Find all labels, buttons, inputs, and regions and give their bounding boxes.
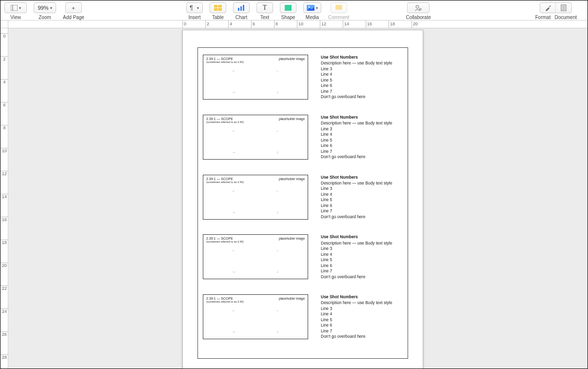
ruler-tick: 20: [0, 263, 8, 268]
toolbar: ▾ View 99%▾ Zoom ＋ Add Page ¶ ▾ Insert T…: [0, 0, 588, 20]
document-label: Document: [554, 15, 577, 20]
ruler-tick: 4: [228, 20, 232, 28]
text-button[interactable]: T: [256, 2, 273, 13]
plus-icon: ＋: [66, 3, 81, 13]
shot-body-line: Line 3: [321, 126, 392, 132]
media-button[interactable]: ▾: [303, 2, 321, 13]
shot-body-line: Don't go overboard here: [321, 94, 392, 100]
storyboard-row: 2.39:1 — SCOPE(sometimes referred to as …: [203, 55, 403, 100]
placeholder-frame[interactable]: 2.39:1 — SCOPE(sometimes referred to as …: [203, 55, 308, 100]
comment-button[interactable]: [331, 2, 347, 13]
crop-mark-icon: ⌐: [233, 248, 235, 253]
shot-body-line: Line 4: [321, 192, 392, 197]
shot-title: Use Shot Numbers: [321, 234, 392, 240]
placeholder-image-label: placeholder image: [279, 297, 305, 300]
ruler-tick: 12: [320, 20, 326, 28]
comment-icon: [335, 5, 342, 11]
ruler-tick: 4: [0, 79, 8, 84]
chevron-down-icon: ▾: [316, 6, 318, 10]
format-button[interactable]: [540, 3, 556, 13]
placeholder-image-label: placeholder image: [279, 117, 305, 121]
aspect-ratio-sub: (sometimes referred to as 2.40): [206, 240, 305, 243]
storyboard-row: 2.39:1 — SCOPE(sometimes referred to as …: [203, 294, 403, 340]
ruler-tick: 10: [297, 20, 303, 28]
shape-label: Shape: [281, 15, 295, 20]
shot-body-line: Line 3: [321, 246, 392, 251]
placeholder-image-label: placeholder image: [279, 177, 305, 181]
crop-mark-icon: ˩: [276, 329, 278, 334]
storyboard-row: 2.39:1 — SCOPE(sometimes referred to as …: [203, 234, 403, 280]
crop-mark-icon: ˩: [276, 269, 278, 274]
svg-point-13: [416, 5, 419, 8]
shot-title: Use Shot Numbers: [321, 55, 392, 60]
shape-button[interactable]: [280, 2, 296, 13]
page[interactable]: 2.39:1 — SCOPE(sometimes referred to as …: [182, 30, 423, 369]
placeholder-frame[interactable]: 2.39:1 — SCOPE(sometimes referred to as …: [203, 294, 308, 339]
text-label: Text: [260, 15, 269, 20]
svg-point-14: [419, 8, 421, 10]
zoom-button[interactable]: 99%▾: [34, 2, 56, 13]
ruler-tick: 16: [366, 20, 372, 28]
document-button[interactable]: [556, 3, 571, 13]
shot-body-line: Don't go overboard here: [321, 274, 392, 280]
media-label: Media: [306, 15, 319, 20]
ruler-tick: 8: [0, 125, 8, 130]
horizontal-ruler[interactable]: 02468101214161820: [8, 20, 588, 28]
aspect-ratio-sub: (sometimes referred to as 2.40): [206, 300, 305, 303]
shot-body-line: Line 3: [321, 66, 392, 72]
shot-body-line: Don't go overboard here: [321, 214, 392, 220]
vertical-ruler[interactable]: 0246810121416182022242628: [0, 28, 8, 369]
crop-mark-icon: ⌙: [233, 329, 236, 334]
ruler-tick: 12: [0, 171, 8, 176]
crop-mark-icon: ⌐: [233, 189, 235, 193]
shot-body-line: Line 4: [321, 252, 392, 257]
collaborate-button[interactable]: [407, 2, 430, 13]
crop-mark-icon: ⌙: [233, 90, 236, 94]
crop-mark-icon: ¬: [276, 69, 278, 73]
aspect-ratio-sub: (sometimes referred to as 2.40): [206, 61, 305, 63]
chevron-down-icon: ▾: [197, 6, 199, 10]
canvas[interactable]: 2.39:1 — SCOPE(sometimes referred to as …: [8, 28, 588, 369]
placeholder-image-label: placeholder image: [279, 57, 305, 61]
format-label: Format: [535, 15, 551, 20]
table-label: Table: [212, 15, 224, 20]
shot-body-line: Don't go overboard here: [321, 334, 392, 339]
shot-description[interactable]: Use Shot NumbersDescription here — use B…: [321, 55, 392, 100]
svg-rect-7: [240, 6, 242, 11]
crop-mark-icon: ¬: [276, 129, 278, 133]
placeholder-frame[interactable]: 2.39:1 — SCOPE(sometimes referred to as …: [203, 234, 308, 279]
paragraph-icon: ¶: [190, 4, 196, 11]
shot-body-line: Line 5: [321, 197, 392, 203]
collaborate-icon: [414, 4, 422, 11]
add-page-button[interactable]: ＋: [65, 2, 82, 13]
shot-description[interactable]: Use Shot NumbersDescription here — use B…: [321, 294, 392, 340]
storyboard-row: 2.39:1 — SCOPE(sometimes referred to as …: [203, 175, 403, 220]
shot-description[interactable]: Use Shot NumbersDescription here — use B…: [321, 234, 392, 280]
table-button[interactable]: [210, 2, 226, 13]
shot-body-line: Line 5: [321, 138, 392, 143]
add-page-label: Add Page: [63, 15, 84, 20]
ruler-tick: 14: [343, 20, 349, 28]
chevron-down-icon: ▾: [50, 6, 52, 10]
collaborate-label: Collaborate: [406, 15, 431, 20]
chart-button[interactable]: [233, 2, 250, 13]
shot-description[interactable]: Use Shot NumbersDescription here — use B…: [321, 175, 392, 220]
shot-description[interactable]: Use Shot NumbersDescription here — use B…: [321, 115, 392, 160]
chevron-down-icon: ▾: [19, 6, 21, 10]
ruler-tick: 8: [274, 20, 278, 28]
placeholder-frame[interactable]: 2.39:1 — SCOPE(sometimes referred to as …: [203, 115, 308, 160]
placeholder-frame[interactable]: 2.39:1 — SCOPE(sometimes referred to as …: [203, 175, 308, 220]
shot-body-line: Line 7: [321, 149, 392, 154]
crop-mark-icon: ˩: [276, 150, 278, 154]
crop-mark-icon: ⌐: [233, 308, 235, 313]
placeholder-image-label: placeholder image: [279, 237, 305, 240]
ruler-tick: 10: [0, 148, 8, 153]
shot-title: Use Shot Numbers: [321, 175, 392, 180]
shot-body-line: Line 7: [321, 268, 392, 274]
media-icon: [307, 5, 314, 11]
insert-button[interactable]: ¶ ▾: [186, 2, 203, 13]
ruler-tick: 14: [0, 194, 8, 199]
aspect-ratio-sub: (sometimes referred to as 2.40): [206, 181, 305, 184]
view-button[interactable]: ▾: [4, 2, 27, 13]
table-icon: [214, 5, 222, 11]
